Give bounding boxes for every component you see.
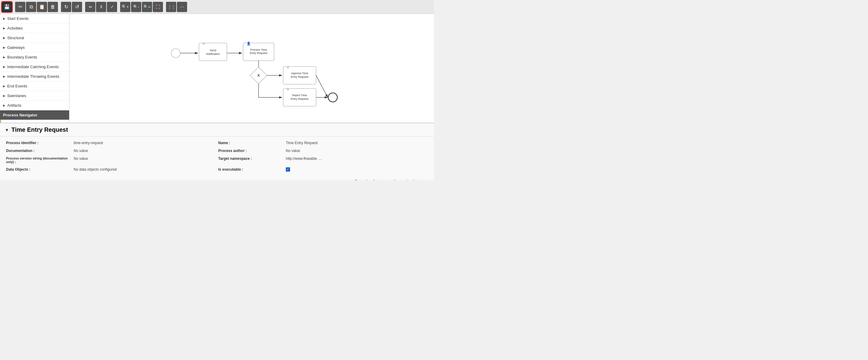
sidebar-item-label: Intermediate Catching Events: [7, 65, 59, 69]
execution-listeners-row: Execution listeners : 0 execution listen…: [0, 177, 434, 180]
prop-value-executable: [283, 166, 429, 174]
prop-label-version: Process version string (documentation on…: [5, 155, 71, 166]
prop-label-data-objects: Data Objects :: [5, 166, 71, 174]
reject-gear-icon: ⚙: [287, 88, 289, 91]
redo-button[interactable]: ↻: [61, 2, 71, 12]
copy-button[interactable]: ⧉: [26, 2, 36, 12]
sidebar-item-label: End Events: [7, 84, 28, 88]
sidebar-item-swimlanes[interactable]: ▶ Swimlanes: [0, 91, 69, 101]
bpmn-diagram: ⚙ Send Notification 👤 Process Time Entry…: [69, 14, 434, 123]
sidebar-item-structural[interactable]: ▶ Structural: [0, 33, 69, 43]
delete-button[interactable]: 🗑: [48, 2, 58, 12]
tool1-button[interactable]: ⇔: [85, 2, 95, 12]
chevron-right-icon: ▶: [3, 85, 5, 88]
layout1-button[interactable]: ⋮⋮: [166, 2, 176, 12]
undo-button[interactable]: ↺: [72, 2, 82, 12]
sidebar-item-gateways[interactable]: ▶ Gateways: [0, 43, 69, 53]
sidebar-item-label: Intermediate Throwing Events: [7, 74, 59, 79]
save-button[interactable]: 💾: [2, 2, 12, 12]
sidebar-item-label: Start Events: [7, 16, 29, 21]
flow-approve-to-end: [316, 75, 328, 97]
chevron-right-icon: ▶: [3, 36, 5, 39]
approve-label1: Approve Time: [291, 72, 308, 75]
layout2-button[interactable]: ⋯: [177, 2, 187, 12]
bpmn-canvas-container[interactable]: ⚙ Send Notification 👤 Process Time Entry…: [69, 14, 434, 123]
sidebar-item-artifacts[interactable]: ▶ Artifacts: [0, 101, 69, 110]
chevron-right-icon: ▶: [3, 46, 5, 49]
chevron-right-icon: ▶: [3, 94, 5, 97]
main-layout: ▶ Start Events ▶ Activities ▶ Structural…: [0, 14, 434, 180]
collapse-arrow-icon[interactable]: ▼: [5, 128, 9, 132]
properties-grid: Process identifier : time-entry-request …: [0, 137, 434, 177]
approve-label2: Entry Request: [291, 75, 308, 78]
end-event[interactable]: [329, 93, 337, 102]
fullscreen-button[interactable]: ⛶: [153, 2, 163, 12]
zoom-in-button[interactable]: 🔍+: [120, 2, 130, 12]
person-icon: 👤: [247, 41, 251, 45]
sidebar-item-start-events[interactable]: ▶ Start Events: [0, 14, 69, 24]
send-notification-label2: Notification: [206, 53, 220, 56]
chevron-right-icon: ▶: [3, 75, 5, 78]
prop-label-identifier: Process identifier :: [5, 139, 71, 147]
sidebar-item-label: Gateways: [7, 45, 25, 50]
approve-gear-icon: ⚙: [287, 66, 289, 69]
prop-value-documentation: No value: [71, 147, 217, 155]
cut-button[interactable]: ✂: [15, 2, 25, 12]
sidebar-item-label: Activities: [7, 26, 23, 30]
zoom-fit-button[interactable]: 🔍=: [142, 2, 152, 12]
sidebar-item-label: Boundary Events: [7, 55, 37, 59]
process-item[interactable]: Process: Time Entry Request: [0, 120, 69, 123]
toolbar: 💾 ✂ ⧉ 📋 🗑 ↻ ↺ ⇔ ⇕ ⤢ 🔍+ 🔍- 🔍= ⛶ ⋮⋮ ⋯: [0, 0, 434, 14]
is-executable-checkbox[interactable]: [286, 167, 290, 171]
prop-label-process-author: Process author :: [217, 147, 283, 155]
prop-value-data-objects: No data objects configured: [71, 166, 217, 174]
start-event[interactable]: [171, 48, 180, 58]
prop-label-executable: Is executable :: [217, 166, 283, 174]
send-notification-gear-icon: ⚙: [203, 42, 205, 45]
prop-label-name: Name :: [217, 139, 283, 147]
prop-label-documentation: Documentation :: [5, 147, 71, 155]
bottom-panel-title: Time Entry Request: [11, 126, 68, 133]
tool2-button[interactable]: ⇕: [96, 2, 106, 12]
chevron-right-icon: ▶: [3, 65, 5, 68]
sidebar-item-activities[interactable]: ▶ Activities: [0, 24, 69, 33]
sidebar-item-boundary-events[interactable]: ▶ Boundary Events: [0, 53, 69, 62]
send-notification-label: Send: [210, 49, 216, 52]
sidebar-item-intermediate-throwing-events[interactable]: ▶ Intermediate Throwing Events: [0, 72, 69, 81]
content-area: ▶ Start Events ▶ Activities ▶ Structural…: [0, 14, 434, 123]
prop-label-exec-listeners: Execution listeners :: [353, 177, 391, 180]
prop-value-version: No value: [71, 155, 217, 166]
prop-value-namespace: http://www.flowable. ...: [283, 155, 429, 166]
chevron-right-icon: ▶: [3, 56, 5, 59]
reject-label2: Entry Request: [291, 97, 308, 100]
bottom-panel: ▼ Time Entry Request Process identifier …: [0, 123, 434, 180]
sidebar-item-intermediate-catching-events[interactable]: ▶ Intermediate Catching Events: [0, 62, 69, 72]
sidebar-item-label: Artifacts: [7, 103, 22, 108]
prop-value-name: Time Entry Request: [283, 139, 429, 147]
prop-value-process-author: No value: [283, 147, 429, 155]
chevron-right-icon: ▶: [3, 27, 5, 30]
sidebar-item-label: Structural: [7, 36, 24, 40]
prop-label-namespace: Target namespace :: [217, 155, 283, 166]
reject-label1: Reject Time: [292, 94, 307, 97]
process-time-label2: Entry Request: [250, 52, 268, 55]
prop-value-identifier: time-entry-request: [71, 139, 217, 147]
gateway-x-label: X: [257, 73, 260, 77]
sidebar: ▶ Start Events ▶ Activities ▶ Structural…: [0, 14, 69, 123]
sidebar-item-label: Swimlanes: [7, 94, 26, 98]
process-navigator: Process Navigator: [0, 110, 69, 120]
process-time-label1: Process Time: [250, 48, 267, 51]
paste-button[interactable]: 📋: [37, 2, 47, 12]
bottom-panel-header: ▼ Time Entry Request: [0, 123, 434, 137]
zoom-out-button[interactable]: 🔍-: [131, 2, 141, 12]
process-navigator-title: Process Navigator: [3, 113, 37, 117]
sidebar-item-end-events[interactable]: ▶ End Events: [0, 81, 69, 91]
tool3-button[interactable]: ⤢: [107, 2, 117, 12]
chevron-right-icon: ▶: [3, 17, 5, 20]
prop-value-exec-listeners: 0 execution listeners: [392, 177, 429, 180]
chevron-right-icon: ▶: [3, 104, 5, 107]
